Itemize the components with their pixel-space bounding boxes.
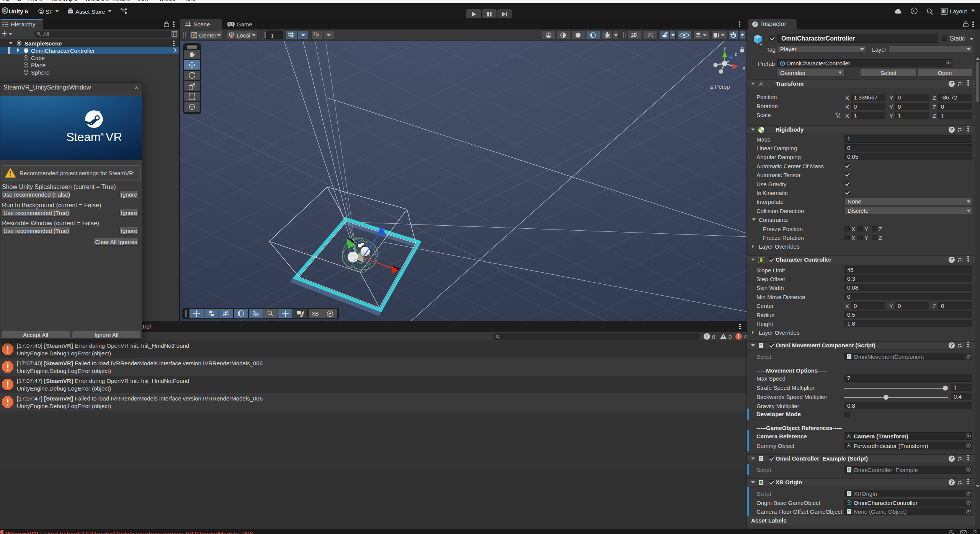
svg-text:#: # bbox=[760, 456, 762, 461]
svg-text:z: z bbox=[735, 52, 737, 57]
svg-text:#: # bbox=[848, 491, 850, 496]
svg-text:#: # bbox=[848, 354, 850, 359]
svg-text:≤ Persp: ≤ Persp bbox=[710, 83, 730, 90]
svg-text:#: # bbox=[848, 467, 850, 472]
svg-text:Y: Y bbox=[291, 35, 293, 39]
svg-text:#: # bbox=[848, 509, 850, 514]
svg-text:#: # bbox=[760, 343, 762, 348]
svg-text:x: x bbox=[743, 65, 745, 71]
svg-text:y: y bbox=[724, 45, 726, 51]
